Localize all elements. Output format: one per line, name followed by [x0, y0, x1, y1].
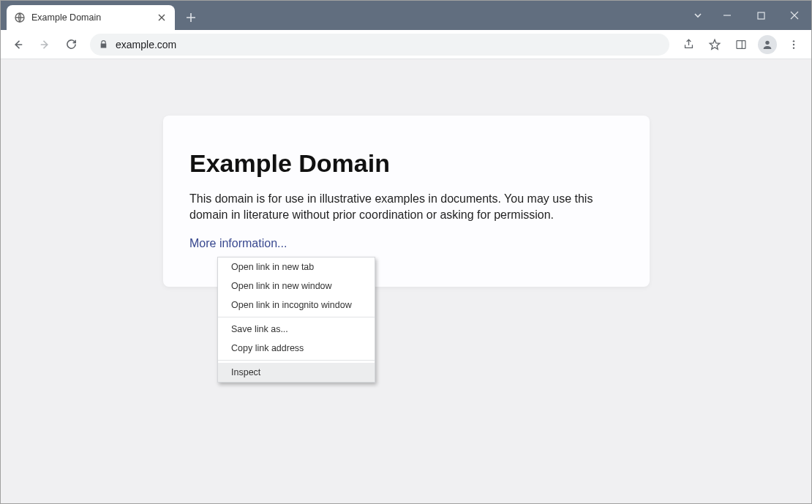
- profile-button[interactable]: [756, 33, 779, 56]
- page-paragraph: This domain is for use in illustrative e…: [189, 191, 623, 222]
- window-titlebar: Example Domain: [1, 1, 811, 30]
- ctx-open-incognito[interactable]: Open link in incognito window: [218, 296, 375, 315]
- back-button[interactable]: [7, 33, 30, 56]
- forward-button[interactable]: [33, 33, 56, 56]
- ctx-separator: [218, 360, 375, 361]
- avatar-icon: [758, 35, 777, 54]
- svg-point-5: [793, 43, 794, 45]
- svg-rect-1: [758, 12, 764, 19]
- url-text: example.com: [116, 39, 661, 50]
- reload-button[interactable]: [59, 33, 83, 56]
- window-controls: [685, 1, 811, 30]
- ctx-inspect[interactable]: Inspect: [218, 363, 375, 382]
- page-viewport: Example Domain This domain is for use in…: [1, 59, 811, 503]
- menu-button[interactable]: [782, 33, 805, 56]
- page-heading: Example Domain: [189, 149, 623, 178]
- share-button[interactable]: [677, 33, 700, 56]
- svg-point-6: [793, 47, 794, 48]
- ctx-copy-link-address[interactable]: Copy link address: [218, 339, 375, 358]
- close-window-button[interactable]: [778, 4, 811, 27]
- bookmark-button[interactable]: [703, 33, 726, 56]
- ctx-save-link-as[interactable]: Save link as...: [218, 320, 375, 339]
- ctx-open-new-tab[interactable]: Open link in new tab: [218, 257, 375, 277]
- new-tab-button[interactable]: [181, 7, 201, 28]
- address-bar[interactable]: example.com: [90, 34, 669, 56]
- tab-search-button[interactable]: [685, 4, 710, 27]
- more-information-link[interactable]: More information...: [189, 237, 287, 249]
- svg-point-3: [765, 40, 769, 44]
- minimize-button[interactable]: [710, 4, 744, 27]
- browser-tab[interactable]: Example Domain: [7, 5, 175, 30]
- context-menu: Open link in new tab Open link in new wi…: [217, 257, 375, 383]
- ctx-open-new-window[interactable]: Open link in new window: [218, 277, 375, 296]
- lock-icon: [99, 40, 108, 49]
- browser-toolbar: example.com: [1, 30, 811, 59]
- svg-rect-2: [737, 40, 745, 48]
- close-tab-button[interactable]: [156, 12, 168, 23]
- globe-icon: [14, 12, 26, 23]
- svg-point-4: [793, 40, 794, 42]
- side-panel-button[interactable]: [729, 33, 753, 56]
- ctx-separator: [218, 317, 375, 317]
- maximize-button[interactable]: [744, 4, 778, 27]
- tab-title: Example Domain: [31, 12, 156, 23]
